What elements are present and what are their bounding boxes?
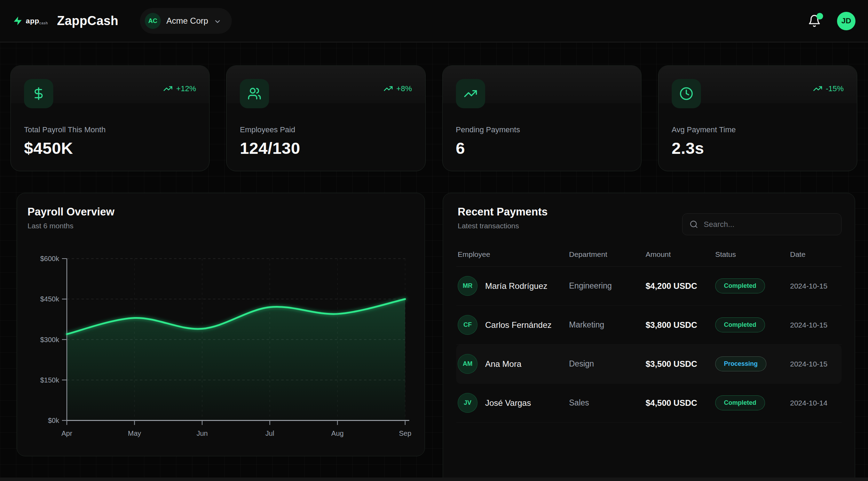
stat-card-pending-payments: Pending Payments 6 — [442, 65, 641, 171]
trending-up-icon — [813, 84, 822, 93]
panels-row: Payroll Overview Last 6 months $0k$150k$… — [17, 193, 855, 481]
svg-text:Aug: Aug — [331, 429, 344, 437]
trending-up-icon — [384, 84, 393, 93]
trend-badge: +8% — [384, 84, 412, 93]
brand-title: ZappCash — [57, 14, 118, 28]
employee-name: María Rodríguez — [485, 280, 547, 292]
svg-text:Apr: Apr — [61, 429, 72, 437]
employee-name: Ana Mora — [485, 358, 521, 370]
employee-name: Carlos Fernández — [485, 319, 552, 331]
org-avatar: AC — [145, 13, 161, 29]
date: 2024-10-15 — [790, 358, 830, 370]
trending-up-icon — [163, 84, 173, 93]
svg-text:$150k: $150k — [40, 376, 60, 384]
bottom-section-edge — [0, 478, 868, 481]
col-amount: Amount — [646, 250, 715, 259]
trending-up-icon — [464, 87, 478, 101]
search-box — [682, 213, 842, 235]
date: 2024-10-15 — [790, 320, 830, 331]
date: 2024-10-14 — [790, 397, 830, 409]
svg-text:$0k: $0k — [48, 417, 60, 424]
avatar: AM — [458, 354, 478, 374]
svg-text:Sep: Sep — [399, 429, 411, 437]
svg-text:Jul: Jul — [265, 429, 274, 437]
notifications-button[interactable] — [808, 14, 821, 27]
logo-word: appcash — [26, 17, 48, 25]
org-switcher[interactable]: AC Acme Corp — [140, 8, 232, 34]
table-header: Employee Department Amount Status Date — [456, 245, 842, 267]
amount: $3,500 USDC — [646, 358, 698, 370]
stat-card-avg-payment-time: -15% Avg Payment Time 2.3s — [658, 65, 857, 171]
table-row[interactable]: JV José Vargas Sales $4,500 USDC Complet… — [456, 384, 842, 423]
notification-dot — [816, 13, 823, 19]
payroll-area-chart: $0k$150k$300k$450k$600kAprMayJunJulAugSe… — [17, 193, 425, 456]
svg-text:May: May — [128, 429, 141, 437]
stat-label: Total Payroll This Month — [24, 125, 196, 134]
payroll-overview-panel: Payroll Overview Last 6 months $0k$150k$… — [17, 193, 425, 456]
date: 2024-10-15 — [790, 281, 830, 292]
search-icon — [689, 220, 698, 229]
department: Design — [569, 359, 646, 369]
trend-badge: +12% — [163, 84, 196, 93]
stat-value: 6 — [456, 139, 628, 158]
stat-value: $450K — [24, 139, 196, 158]
status-badge: Completed — [715, 395, 765, 410]
clock-iconbox — [672, 79, 701, 108]
dollar-sign-icon — [32, 87, 46, 101]
amount: $3,800 USDC — [646, 319, 698, 331]
status-badge: Completed — [715, 278, 765, 293]
avatar: JV — [458, 393, 478, 413]
col-department: Department — [569, 250, 646, 259]
col-status: Status — [715, 250, 790, 259]
stat-label: Pending Payments — [456, 125, 628, 134]
stat-card-total-payroll: +12% Total Payroll This Month $450K — [10, 65, 210, 171]
search-input[interactable] — [704, 220, 834, 229]
users-icon — [247, 87, 261, 101]
col-date: Date — [790, 250, 842, 259]
svg-text:$600k: $600k — [40, 255, 60, 262]
chevron-down-icon — [214, 18, 221, 25]
department: Sales — [569, 398, 646, 408]
department: Engineering — [569, 281, 646, 291]
lightning-bolt-icon — [13, 14, 23, 28]
table-row[interactable]: MR María Rodríguez Engineering $4,200 US… — [456, 267, 842, 306]
stat-label: Avg Payment Time — [672, 125, 844, 134]
stat-label: Employees Paid — [240, 125, 412, 134]
status-badge: Processing — [715, 356, 766, 371]
amount: $4,500 USDC — [646, 397, 698, 409]
dollar-iconbox — [24, 79, 53, 108]
table-row[interactable]: CF Carlos Fernández Marketing $3,800 USD… — [456, 306, 842, 345]
avatar: CF — [458, 315, 478, 335]
users-iconbox — [240, 79, 269, 108]
status-badge: Completed — [715, 317, 765, 332]
table-row[interactable]: AM Ana Mora Design $3,500 USDC Processin… — [456, 345, 842, 384]
user-avatar[interactable]: JD — [837, 12, 855, 30]
org-name: Acme Corp — [166, 16, 208, 26]
trending-iconbox — [456, 79, 485, 108]
clock-icon — [679, 87, 693, 101]
stats-row: +12% Total Payroll This Month $450K +8% … — [10, 65, 857, 171]
stat-card-employees-paid: +8% Employees Paid 124/130 — [226, 65, 425, 171]
svg-text:Jun: Jun — [197, 429, 208, 437]
col-employee: Employee — [458, 250, 569, 259]
avatar: MR — [458, 276, 478, 296]
svg-text:$450k: $450k — [40, 295, 60, 303]
app-logo: appcash — [13, 14, 48, 28]
recent-payments-panel: Recent Payments Latest transactions Empl… — [443, 193, 855, 481]
amount: $4,200 USDC — [646, 280, 698, 292]
payments-table: Employee Department Amount Status Date M… — [456, 245, 842, 423]
stat-value: 2.3s — [672, 139, 844, 158]
department: Marketing — [569, 320, 646, 330]
stat-value: 124/130 — [240, 139, 412, 158]
logo-sub: cash — [39, 21, 48, 25]
employee-name: José Vargas — [485, 397, 531, 409]
top-nav: appcash ZappCash AC Acme Corp JD — [0, 0, 868, 42]
svg-text:$300k: $300k — [40, 336, 60, 344]
trend-badge: -15% — [813, 84, 844, 93]
